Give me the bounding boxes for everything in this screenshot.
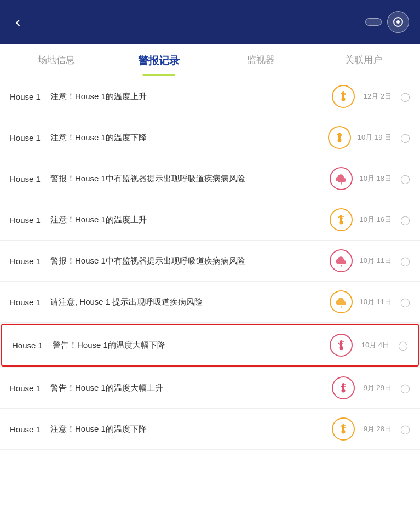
item-date: 10月 11日 [359,256,392,266]
item-date: 9月 28日 [361,424,392,434]
svg-point-9 [341,184,342,185]
tab-user[interactable]: 关联用户 [312,44,415,76]
alarm-list: House 1 注意！House 1的温度上升 12月 2日 ◯ House 1… [0,76,420,450]
svg-point-16 [341,306,342,307]
item-message: 请注意, House 1 提示出现呼吸道疾病风险 [50,296,323,308]
item-location: House 1 [10,298,44,307]
more-button[interactable] [365,18,382,26]
read-icon: ◯ [400,297,410,307]
item-message: 注意！House 1的温度下降 [50,131,321,144]
list-item[interactable]: House 1 警报！House 1中有监视器提示出现呼吸道疾病病风险 10月 … [0,158,420,199]
svg-point-27 [342,430,346,434]
read-icon: ◯ [400,256,410,266]
item-date: 10月 16日 [359,215,392,225]
back-button[interactable]: ‹ [11,12,25,32]
item-message: 注意！House 1的温度上升 [50,214,323,226]
svg-rect-0 [342,91,344,98]
item-location: House 1 [12,341,46,350]
header: ‹ [0,0,420,44]
read-icon: ◯ [400,174,410,184]
cloud-icon [330,167,353,190]
svg-point-19 [340,346,343,350]
svg-rect-4 [338,133,341,139]
item-location: House 1 [10,133,44,142]
svg-point-5 [337,139,341,142]
item-date: 10月 4日 [359,340,389,350]
svg-rect-10 [340,215,342,221]
item-message: 注意！House 1的温度下降 [50,423,325,436]
read-icon: ◯ [400,215,410,225]
list-item[interactable]: House 1 警告！House 1的温度大幅上升 9月 29日 ◯ [0,368,420,409]
read-icon: ◯ [400,383,410,393]
record-button[interactable] [387,11,409,33]
list-item[interactable]: House 1 注意！House 1的温度下降 10月 19 日 ◯ [0,117,420,158]
header-actions [365,11,409,33]
svg-point-14 [341,265,342,266]
item-date: 10月 19 日 [358,133,392,142]
list-item[interactable]: House 1 注意！House 1的温度上升 10月 16日 ◯ [0,199,420,241]
svg-point-8 [341,182,342,184]
list-item[interactable]: House 1 注意！House 1的温度下降 9月 28日 ◯ [0,409,420,450]
temp-icon [332,417,355,441]
item-message: 警告！House 1的温度大幅下降 [53,339,323,352]
tab-venue[interactable]: 场地信息 [5,44,108,76]
list-item[interactable]: House 1 请注意, House 1 提示出现呼吸道疾病风险 10月 11日… [0,282,420,323]
item-date: 10月 18日 [359,174,392,184]
temp-icon [328,126,351,149]
item-message: 警报！House 1中有监视器提示出现呼吸道疾病病风险 [50,173,323,185]
svg-point-11 [340,221,343,225]
circle-dot-icon [393,17,403,27]
svg-point-17 [341,307,342,308]
tab-alarm[interactable]: 警报记录 [108,44,210,76]
tab-monitor[interactable]: 监视器 [210,44,313,76]
item-date: 10月 11日 [359,297,392,307]
item-location: House 1 [10,174,44,184]
item-message: 注意！House 1的温度上升 [50,90,325,103]
read-icon: ◯ [400,133,410,143]
temp-icon [332,85,355,108]
item-location: House 1 [10,215,44,225]
item-message: 警告！House 1的温度大幅上升 [50,382,325,394]
tabs: 场地信息 警报记录 监视器 关联用户 [0,44,420,76]
list-item[interactable]: House 1 警报！House 1中有监视器提示出现呼吸道疾病病风险 10月 … [0,241,420,282]
cloud-icon [330,249,353,272]
svg-point-1 [342,98,346,101]
read-icon: ◯ [400,91,410,102]
item-message: 警报！House 1中有监视器提示出现呼吸道疾病病风险 [50,255,323,267]
read-icon: ◯ [398,340,408,351]
temp-icon [330,334,353,357]
list-item[interactable]: House 1 警告！House 1的温度大幅下降 10月 4日 ◯ [1,324,419,367]
svg-point-15 [341,266,342,267]
item-location: House 1 [10,425,44,434]
temp-icon [332,376,355,399]
cloud-icon [330,290,353,313]
read-icon: ◯ [400,424,410,434]
svg-rect-26 [342,424,344,431]
item-location: House 1 [10,256,44,266]
item-date: 9月 29日 [361,383,392,393]
list-item[interactable]: House 1 注意！House 1的温度上升 12月 2日 ◯ [0,76,420,117]
item-date: 12月 2日 [361,91,392,101]
item-location: House 1 [10,384,44,393]
temp-icon [330,208,353,231]
item-location: House 1 [10,92,44,101]
svg-point-23 [342,389,346,393]
